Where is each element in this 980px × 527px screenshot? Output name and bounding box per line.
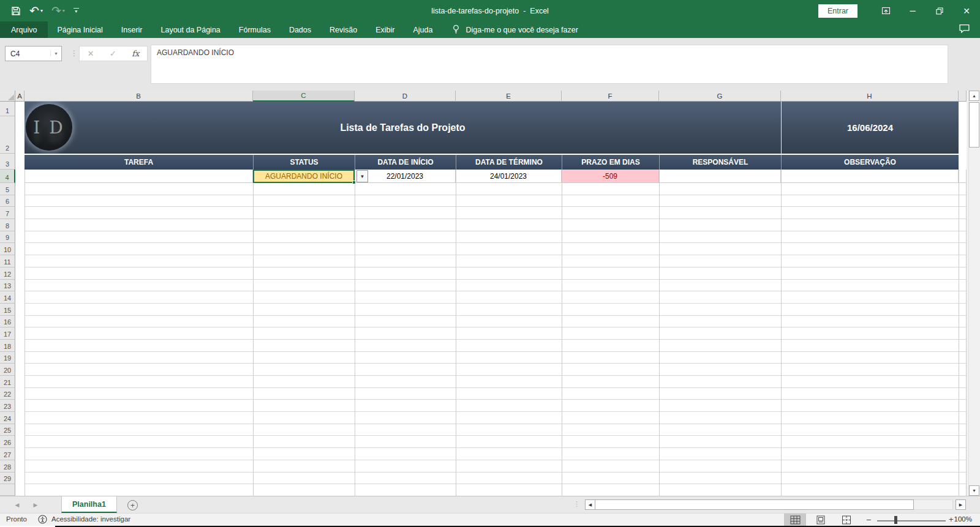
grid-row-18[interactable] xyxy=(24,340,967,352)
comments-icon[interactable] xyxy=(959,23,970,36)
row-header-11[interactable]: 11 xyxy=(0,255,15,267)
ribbon-tab-exibir[interactable]: Exibir xyxy=(366,21,404,38)
table-header-prazo-em-dias[interactable]: PRAZO EM DIAS xyxy=(562,155,659,170)
grid-row-12[interactable] xyxy=(24,267,967,280)
accessibility-status[interactable]: Acessibilidade: investigar xyxy=(51,515,130,523)
column-header-a[interactable]: A xyxy=(15,91,24,102)
grid-row-27[interactable] xyxy=(24,448,967,460)
row-header-20[interactable]: 20 xyxy=(0,364,15,376)
cell-f4-prazo[interactable]: -509 xyxy=(562,170,659,183)
row-header-16[interactable]: 16 xyxy=(0,316,15,328)
vertical-scrollbar[interactable]: ▲ ▼ xyxy=(968,91,979,496)
row-header-24[interactable]: 24 xyxy=(0,412,15,424)
grid-row-10[interactable] xyxy=(24,243,967,255)
horizontal-scrollbar-thumb[interactable] xyxy=(595,499,914,510)
fill-handle[interactable] xyxy=(352,181,356,184)
zoom-slider-track[interactable] xyxy=(877,520,946,521)
grid-row-16[interactable] xyxy=(24,316,967,328)
vertical-scrollbar-thumb[interactable] xyxy=(969,102,979,148)
zoom-out-icon[interactable]: − xyxy=(866,515,871,525)
row-header-3[interactable]: 3 xyxy=(0,154,15,170)
undo-icon[interactable]: ↶▾ xyxy=(29,5,43,17)
ribbon-display-options-icon[interactable] xyxy=(872,0,899,21)
row-header-23[interactable]: 23 xyxy=(0,400,15,412)
row-header-9[interactable]: 9 xyxy=(0,231,15,244)
column-header-e[interactable]: E xyxy=(456,91,562,102)
table-header-responsável[interactable]: RESPONSÁVEL xyxy=(659,155,781,170)
accessibility-icon[interactable] xyxy=(38,515,47,525)
sign-in-button[interactable]: Entrar xyxy=(818,4,858,18)
restore-button[interactable] xyxy=(926,0,953,21)
column-header-d[interactable]: D xyxy=(355,91,456,102)
save-icon[interactable] xyxy=(11,6,21,16)
row-header-25[interactable]: 25 xyxy=(0,424,15,436)
grid-row-22[interactable] xyxy=(24,388,967,400)
cell-h4-observacao[interactable] xyxy=(781,170,959,183)
grid-row-20[interactable] xyxy=(24,364,967,376)
row-header-27[interactable]: 27 xyxy=(0,448,15,460)
column-header-g[interactable]: G xyxy=(659,91,781,102)
table-header-data-de-início[interactable]: DATA DE INÍCIO xyxy=(355,155,456,170)
row-header-partial[interactable] xyxy=(0,484,15,496)
row-header-18[interactable]: 18 xyxy=(0,340,15,352)
grid-row-21[interactable] xyxy=(24,376,967,388)
grid-row-28[interactable] xyxy=(24,460,967,473)
previous-sheet-icon[interactable]: ◀ xyxy=(11,496,23,514)
zoom-slider-handle[interactable] xyxy=(894,516,897,524)
ribbon-tab-inserir[interactable]: Inserir xyxy=(112,21,152,38)
ribbon-tab-ajuda[interactable]: Ajuda xyxy=(404,21,442,38)
worksheet[interactable]: Lista de Tarefas do Projeto 16/06/2024 I… xyxy=(15,102,967,496)
page-break-view-icon[interactable] xyxy=(835,514,858,526)
grid-row-5[interactable] xyxy=(24,183,967,195)
row-header-28[interactable]: 28 xyxy=(0,460,15,473)
row-header-21[interactable]: 21 xyxy=(0,376,15,388)
cell-b4-tarefa[interactable] xyxy=(24,170,253,183)
scroll-up-icon[interactable]: ▲ xyxy=(969,91,979,101)
grid-row-26[interactable] xyxy=(24,436,967,448)
grid-row-7[interactable] xyxy=(24,207,967,219)
scrollbar-resize-handle[interactable]: ⋮ xyxy=(573,500,580,508)
formula-input[interactable]: AGUARDANDO INÍCIO xyxy=(151,45,948,84)
minimize-button[interactable]: ─ xyxy=(899,0,926,21)
ribbon-tab-layout-da-página[interactable]: Layout da Página xyxy=(151,21,229,38)
ribbon-tab-fórmulas[interactable]: Fórmulas xyxy=(230,21,280,38)
grid-row-25[interactable] xyxy=(24,424,967,436)
row-header-13[interactable]: 13 xyxy=(0,280,15,292)
row-header-12[interactable]: 12 xyxy=(0,267,15,280)
row-header-22[interactable]: 22 xyxy=(0,388,15,400)
column-header-c[interactable]: C xyxy=(253,91,355,102)
row-header-14[interactable]: 14 xyxy=(0,291,15,304)
row-header-17[interactable]: 17 xyxy=(0,327,15,340)
normal-view-icon[interactable] xyxy=(784,514,806,526)
table-header-observação[interactable]: OBSERVAÇÃO xyxy=(781,155,959,170)
row-header-5[interactable]: 5 xyxy=(0,183,15,195)
grid-row-6[interactable] xyxy=(24,195,967,207)
ribbon-tab-arquivo[interactable]: Arquivo xyxy=(0,21,48,38)
column-header-f[interactable]: F xyxy=(562,91,659,102)
close-button[interactable]: ✕ xyxy=(953,0,980,21)
row-header-19[interactable]: 19 xyxy=(0,352,15,364)
row-header-4[interactable]: 4 xyxy=(0,170,15,183)
row-header-10[interactable]: 10 xyxy=(0,243,15,255)
grid-row-24[interactable] xyxy=(24,412,967,424)
row-header-2[interactable]: 2 xyxy=(0,116,15,154)
row-header-26[interactable]: 26 xyxy=(0,436,15,448)
grid-row-8[interactable] xyxy=(24,219,967,231)
cell-g4-responsavel[interactable] xyxy=(659,170,781,183)
next-sheet-icon[interactable]: ▶ xyxy=(29,496,42,514)
column-header-partial[interactable] xyxy=(959,91,967,102)
banner-title-cell[interactable]: Lista de Tarefas do Projeto xyxy=(24,102,781,154)
grid-row-9[interactable] xyxy=(24,231,967,244)
grid-row-13[interactable] xyxy=(24,280,967,292)
sheet-tab-planilha1[interactable]: Planilha1 xyxy=(61,496,117,513)
row-header-1[interactable]: 1 xyxy=(0,102,15,116)
scroll-right-icon[interactable]: ▶ xyxy=(956,499,966,510)
grid-row-11[interactable] xyxy=(24,255,967,267)
select-all-corner[interactable] xyxy=(0,91,15,102)
row-header-8[interactable]: 8 xyxy=(0,219,15,231)
horizontal-scrollbar[interactable]: ◀ xyxy=(585,499,953,510)
grid-row-19[interactable] xyxy=(24,352,967,364)
row-header-6[interactable]: 6 xyxy=(0,195,15,207)
column-header-b[interactable]: B xyxy=(24,91,253,102)
formula-bar-drag-handle[interactable]: ⋮ xyxy=(70,49,78,58)
